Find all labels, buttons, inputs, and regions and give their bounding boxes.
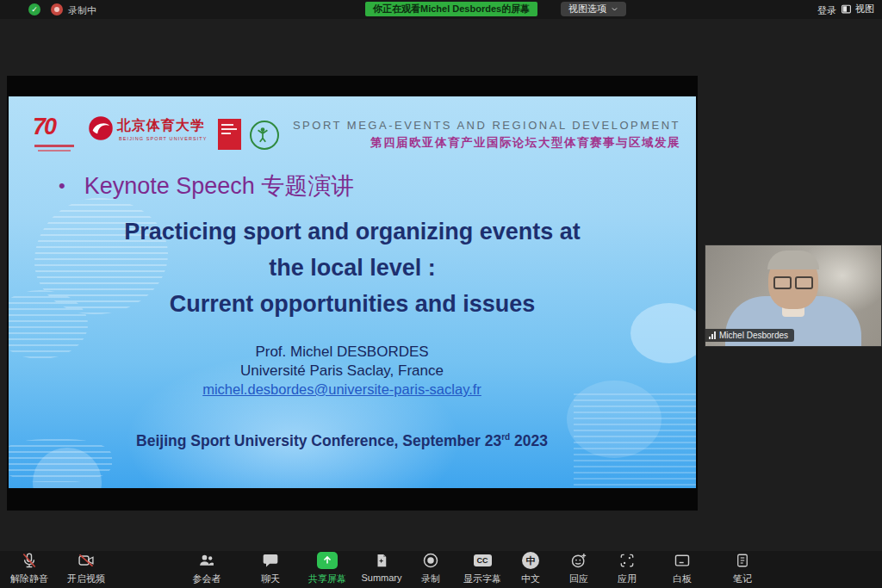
green-figure-icon [252, 122, 274, 145]
chat-icon [262, 552, 279, 569]
apps-icon [618, 552, 636, 569]
recording-icon [51, 3, 63, 15]
share-screen-label: 共享屏幕 [308, 573, 346, 585]
meeting-toolbar: 解除静音 开启视频 参会者 30 聊天 共享屏幕 Summary [0, 551, 882, 588]
presentation-slide: 70 北京体育大学 BEIJING SPORT UNIVERSITY SPORT… [9, 96, 696, 488]
meeting-top-bar: ✓ 录制中 你正在观看Michel Desbordes的屏幕 视图选项 登录 视… [0, 0, 882, 19]
speaker-email-link: michel.desbordes@universite-paris-saclay… [9, 381, 675, 398]
business-school-logo [218, 119, 241, 150]
bullet: • [59, 175, 65, 197]
speaker-affiliation: Université Paris Saclay, France [9, 362, 675, 380]
unmute-button[interactable]: 解除静音 [0, 551, 59, 585]
conference-ordinal: rd [501, 432, 510, 442]
captions-icon: CC [474, 554, 492, 566]
chat-label: 聊天 [261, 573, 280, 585]
reactions-label: 回应 [569, 573, 588, 585]
participant-name: Michel Desbordes [719, 331, 788, 340]
start-video-label: 开启视频 [67, 573, 105, 585]
conference-text: Beijing Sport University Conference, Sep… [136, 432, 501, 449]
logo-70-bar [38, 150, 71, 152]
language-label: 中文 [521, 573, 540, 585]
bsu-logo-chinese: 北京体育大学 [117, 117, 205, 135]
chevron-down-icon [611, 5, 618, 13]
bsu-swirl-icon [88, 115, 114, 141]
speaker-hair [767, 251, 819, 269]
summary-icon [374, 552, 389, 569]
participants-label: 参会者 [193, 573, 221, 585]
anniversary-70-logo: 70 [33, 114, 81, 157]
speaker-glasses [773, 276, 813, 287]
participants-button[interactable]: 参会者 [177, 551, 237, 585]
conference-line: Beijing Sport University Conference, Sep… [9, 432, 675, 450]
record-label: 录制 [421, 573, 440, 585]
view-options-button[interactable]: 视图选项 [561, 2, 626, 16]
notes-button[interactable]: 笔记 [712, 551, 773, 585]
share-screen-icon [317, 552, 338, 569]
keynote-heading: • Keynote Speech 专题演讲 [59, 170, 354, 201]
participants-icon [197, 552, 216, 569]
shared-screen-panel: 70 北京体育大学 BEIJING SPORT UNIVERSITY SPORT… [7, 76, 698, 511]
slide-header-block: SPORT MEGA-EVENTS AND REGIONAL DEVELOPME… [293, 119, 680, 151]
summary-label: Summary [361, 573, 401, 583]
start-video-button[interactable]: 开启视频 [56, 551, 116, 585]
slide-title-line1: Practicing sport and organizing events a… [9, 219, 696, 245]
slide-header-chinese: 第四届欧亚体育产业国际论坛大型体育赛事与区域发展 [293, 135, 680, 151]
login-button[interactable]: 登录 [817, 4, 836, 17]
chat-button[interactable]: 聊天 [240, 551, 301, 585]
speaker-name: Prof. Michel DESBORDES [9, 344, 675, 361]
slide-header-english: SPORT MEGA-EVENTS AND REGIONAL DEVELOPME… [293, 119, 680, 132]
captions-label: 显示字幕 [463, 573, 501, 585]
beijing-sport-university-logo: 北京体育大学 BEIJING SPORT UNIVERSITY [88, 115, 217, 160]
conference-year: 2023 [510, 432, 548, 449]
slide-title-line2: the local level : [9, 255, 696, 282]
apps-button[interactable]: 应用 [597, 551, 657, 585]
record-icon [422, 552, 439, 569]
participant-name-tag: Michel Desbordes [705, 329, 794, 342]
view-layout-button[interactable]: 视图 [841, 3, 874, 15]
view-layout-label: 视图 [855, 3, 874, 15]
apps-label: 应用 [618, 573, 637, 585]
bsu-logo-english: BEIJING SPORT UNIVERSITY [119, 136, 208, 141]
logo-70-text: 70 [33, 114, 55, 139]
reactions-icon [570, 552, 587, 569]
share-screen-button[interactable]: 共享屏幕 [297, 551, 357, 585]
speaker-video-tile[interactable]: Michel Desbordes [705, 244, 882, 347]
whiteboard-label: 白板 [673, 573, 692, 585]
notes-icon [735, 552, 750, 569]
unmute-label: 解除静音 [10, 573, 48, 585]
view-options-label: 视图选项 [568, 2, 606, 16]
whiteboard-icon [674, 552, 691, 569]
slide-title-line3: Current opportunities and issues [9, 291, 696, 318]
signal-bars-icon [709, 331, 716, 339]
recording-status-label: 录制中 [68, 4, 96, 17]
monitor-icon [841, 3, 852, 15]
language-icon: 中 [522, 552, 539, 569]
keynote-heading-text: Keynote Speech 专题演讲 [84, 170, 355, 201]
notes-label: 笔记 [733, 573, 752, 585]
whiteboard-button[interactable]: 白板 [652, 551, 712, 585]
viewing-screen-banner: 你正在观看Michel Desbordes的屏幕 [365, 2, 537, 16]
logo-70-bar [34, 145, 74, 147]
shield-check-icon: ✓ [28, 3, 40, 15]
camera-off-icon [77, 552, 96, 569]
mic-muted-icon [21, 552, 38, 569]
green-association-logo [250, 121, 279, 150]
